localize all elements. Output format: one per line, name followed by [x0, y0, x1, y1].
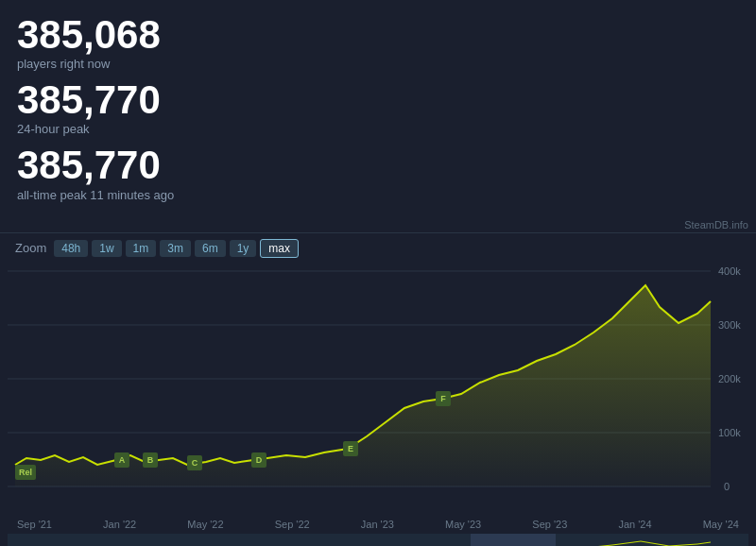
- svg-text:A: A: [119, 455, 126, 465]
- mini-chart: Jan '22 Jul '22 Jan '23 Jul '23 Jan '24: [8, 534, 748, 546]
- current-players-value: 385,068: [17, 13, 739, 57]
- peak-24h-value: 385,770: [17, 78, 739, 122]
- svg-rect-26: [471, 534, 556, 546]
- svg-text:B: B: [147, 455, 154, 465]
- x-label-sep23: Sep '23: [532, 519, 567, 530]
- x-label-may23: May '23: [445, 519, 481, 530]
- svg-text:C: C: [192, 458, 198, 468]
- zoom-3m[interactable]: 3m: [160, 240, 191, 257]
- current-players-label: players right now: [17, 57, 739, 71]
- alltime-peak-label: all-time peak 11 minutes ago: [17, 188, 739, 202]
- alltime-peak-value: 385,770: [17, 144, 739, 187]
- svg-text:200k: 200k: [718, 373, 741, 384]
- svg-text:100k: 100k: [718, 427, 741, 438]
- zoom-max[interactable]: max: [260, 239, 299, 258]
- stats-section: 385,068 players right now 385,770 24-hou…: [0, 0, 756, 219]
- zoom-1y[interactable]: 1y: [230, 240, 257, 257]
- zoom-bar: Zoom 48h 1w 1m 3m 6m 1y max: [8, 233, 748, 262]
- main-chart: Rel A B C D E F 400k: [8, 262, 748, 517]
- x-label-may22: May '22: [187, 519, 223, 530]
- zoom-1m[interactable]: 1m: [126, 240, 157, 257]
- svg-text:E: E: [348, 444, 353, 453]
- svg-text:0: 0: [724, 481, 730, 492]
- zoom-1w[interactable]: 1w: [92, 240, 121, 257]
- x-label-sep22: Sep '22: [275, 519, 310, 530]
- svg-text:D: D: [256, 455, 263, 465]
- zoom-label: Zoom: [15, 241, 46, 255]
- svg-text:F: F: [440, 394, 446, 403]
- svg-rect-25: [8, 534, 748, 546]
- x-label-jan22: Jan '22: [103, 519, 136, 530]
- x-label-jan24: Jan '24: [618, 519, 651, 530]
- svg-text:400k: 400k: [718, 265, 741, 277]
- zoom-6m[interactable]: 6m: [195, 240, 226, 257]
- peak-24h-label: 24-hour peak: [17, 122, 739, 136]
- x-label-may24: May '24: [703, 519, 739, 530]
- chart-container: Zoom 48h 1w 1m 3m 6m 1y max: [0, 233, 756, 546]
- attribution: SteamDB.info: [0, 219, 756, 232]
- svg-text:Rel: Rel: [19, 468, 32, 477]
- svg-text:300k: 300k: [718, 319, 741, 331]
- x-axis-labels: Sep '21 Jan '22 May '22 Sep '22 Jan '23 …: [8, 517, 748, 532]
- x-label-jan23: Jan '23: [361, 519, 394, 530]
- zoom-48h[interactable]: 48h: [54, 240, 88, 257]
- x-label-sep21: Sep '21: [17, 519, 52, 530]
